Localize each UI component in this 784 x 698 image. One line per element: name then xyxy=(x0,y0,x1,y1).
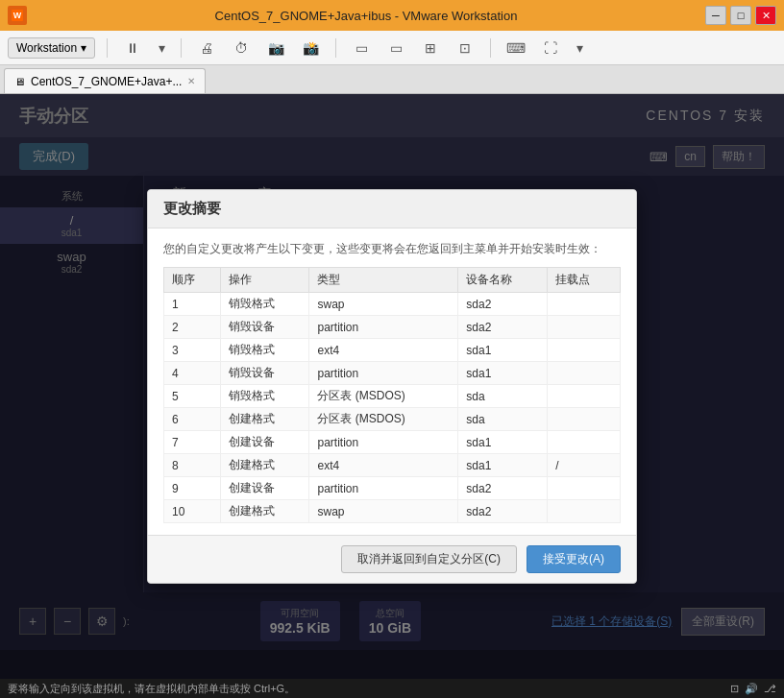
dialog-body: 您的自定义更改将产生以下变更，这些变更将会在您返回到主菜单并开始安装时生效： 顺… xyxy=(148,229,636,535)
table-row: 4销毁设备partitionsda1 xyxy=(164,362,621,385)
cell-mount xyxy=(548,408,621,431)
vm-display-area[interactable]: 手动分区 CENTOS 7 安装 完成(D) ⌨ cn 帮助！ 系统 / sda… xyxy=(0,94,784,679)
table-row: 9创建设备partitionsda2 xyxy=(164,477,621,500)
cell-op: 销毁设备 xyxy=(220,316,309,339)
close-button[interactable]: ✕ xyxy=(755,6,776,25)
table-row: 7创建设备partitionsda1 xyxy=(164,431,621,454)
cell-device: sda1 xyxy=(458,362,548,385)
cell-type: swap xyxy=(309,500,458,523)
vm-tab[interactable]: 🖥 CentOS_7_GNOME+Java+... ✕ xyxy=(4,68,206,93)
app-icon: W xyxy=(8,6,27,25)
accept-button[interactable]: 接受更改(A) xyxy=(527,545,621,573)
cell-device: sda1 xyxy=(458,431,548,454)
cell-op: 创建格式 xyxy=(220,454,309,477)
cell-mount xyxy=(548,362,621,385)
snapshot-button[interactable]: ⏱ xyxy=(228,36,255,60)
cell-type: partition xyxy=(309,316,458,339)
col-op: 操作 xyxy=(220,268,309,293)
dialog-title: 更改摘要 xyxy=(148,190,636,229)
table-row: 3销毁格式ext4sda1 xyxy=(164,339,621,362)
cell-mount xyxy=(548,431,621,454)
cell-mount: / xyxy=(548,454,621,477)
cell-op: 创建设备 xyxy=(220,431,309,454)
cell-type: partition xyxy=(309,362,458,385)
cell-mount xyxy=(548,477,621,500)
cell-type: partition xyxy=(309,431,458,454)
col-num: 顺序 xyxy=(164,268,221,293)
cell-op: 创建设备 xyxy=(220,477,309,500)
cell-op: 创建格式 xyxy=(220,408,309,431)
cell-type: swap xyxy=(309,293,458,316)
cell-device: sda2 xyxy=(458,500,548,523)
cell-num: 5 xyxy=(164,385,221,408)
table-row: 1销毁格式swapsda2 xyxy=(164,293,621,316)
snapshot2-button[interactable]: 📷 xyxy=(262,36,289,60)
cell-num: 3 xyxy=(164,339,221,362)
centos-installer: 手动分区 CENTOS 7 安装 完成(D) ⌨ cn 帮助！ 系统 / sda… xyxy=(0,94,784,679)
view2-button[interactable]: ▭ xyxy=(382,36,409,60)
terminal-button[interactable]: ⌨ xyxy=(502,36,529,60)
cell-device: sda1 xyxy=(458,339,548,362)
view-button[interactable]: ▭ xyxy=(348,36,375,60)
cancel-button[interactable]: 取消并返回到自定义分区(C) xyxy=(341,545,517,573)
cell-mount xyxy=(548,316,621,339)
cell-type: 分区表 (MSDOS) xyxy=(309,408,458,431)
network-icon: ⊡ xyxy=(730,683,739,695)
table-row: 2销毁设备partitionsda2 xyxy=(164,316,621,339)
maximize-button[interactable]: □ xyxy=(730,6,751,25)
toolbar-separator-2 xyxy=(181,38,182,58)
cell-op: 销毁格式 xyxy=(220,293,309,316)
cell-num: 1 xyxy=(164,293,221,316)
cell-num: 7 xyxy=(164,431,221,454)
cell-type: 分区表 (MSDOS) xyxy=(309,385,458,408)
cell-device: sda1 xyxy=(458,454,548,477)
table-row: 10创建格式swapsda2 xyxy=(164,500,621,523)
window-title: CentOS_7_GNOME+Java+ibus - VMware Workst… xyxy=(215,9,518,23)
dialog-overlay: 更改摘要 您的自定义更改将产生以下变更，这些变更将会在您返回到主菜单并开始安装时… xyxy=(0,94,784,679)
changes-table: 顺序 操作 类型 设备名称 挂载点 1销毁格式swapsda22销毁设备part… xyxy=(163,267,621,523)
cell-device: sda2 xyxy=(458,293,548,316)
cell-device: sda2 xyxy=(458,316,548,339)
minimize-button[interactable]: ─ xyxy=(705,6,726,25)
tab-bar: 🖥 CentOS_7_GNOME+Java+... ✕ xyxy=(0,65,784,94)
cell-type: ext4 xyxy=(309,454,458,477)
pause-button[interactable]: ⏸ xyxy=(119,36,146,60)
pause-dropdown[interactable]: ▾ xyxy=(154,36,169,60)
table-row: 5销毁格式分区表 (MSDOS)sda xyxy=(164,385,621,408)
cell-op: 销毁设备 xyxy=(220,362,309,385)
cell-device: sda xyxy=(458,385,548,408)
snapshot3-button[interactable]: 📸 xyxy=(297,36,324,60)
workstation-menu-button[interactable]: Workstation ▾ xyxy=(8,37,95,59)
print-button[interactable]: 🖨 xyxy=(193,36,220,60)
col-device: 设备名称 xyxy=(458,268,548,293)
dialog-footer: 取消并返回到自定义分区(C) 接受更改(A) xyxy=(148,535,636,583)
cell-op: 创建格式 xyxy=(220,500,309,523)
tab-label: CentOS_7_GNOME+Java+... xyxy=(31,75,182,88)
window-controls: ─ □ ✕ xyxy=(705,6,776,25)
toolbar-separator-4 xyxy=(490,38,491,58)
view3-button[interactable]: ⊞ xyxy=(417,36,444,60)
cell-device: sda2 xyxy=(458,477,548,500)
cell-num: 10 xyxy=(164,500,221,523)
cell-num: 2 xyxy=(164,316,221,339)
cell-num: 6 xyxy=(164,408,221,431)
cell-device: sda xyxy=(458,408,548,431)
svg-text:W: W xyxy=(13,11,22,20)
tab-close-button[interactable]: ✕ xyxy=(187,76,195,86)
cell-type: partition xyxy=(309,477,458,500)
table-row: 8创建格式ext4sda1/ xyxy=(164,454,621,477)
fullscreen-dropdown[interactable]: ▾ xyxy=(572,36,587,60)
cell-op: 销毁格式 xyxy=(220,339,309,362)
dialog-description: 您的自定义更改将产生以下变更，这些变更将会在您返回到主菜单并开始安装时生效： xyxy=(163,240,621,257)
fullscreen-button[interactable]: ⛶ xyxy=(537,36,564,60)
view4-button[interactable]: ⊡ xyxy=(452,36,478,60)
cell-mount xyxy=(548,293,621,316)
usb-icon: ⎇ xyxy=(764,683,776,695)
status-message: 要将输入定向到该虚拟机，请在虚拟机内部单击或按 Ctrl+G。 xyxy=(8,682,295,696)
cell-mount xyxy=(548,385,621,408)
col-mount: 挂载点 xyxy=(548,268,621,293)
status-icons: ⊡ 🔊 ⎇ xyxy=(730,683,776,695)
col-type: 类型 xyxy=(309,268,458,293)
status-bar: 要将输入定向到该虚拟机，请在虚拟机内部单击或按 Ctrl+G。 ⊡ 🔊 ⎇ xyxy=(0,679,784,698)
dropdown-icon: ▾ xyxy=(81,41,86,55)
